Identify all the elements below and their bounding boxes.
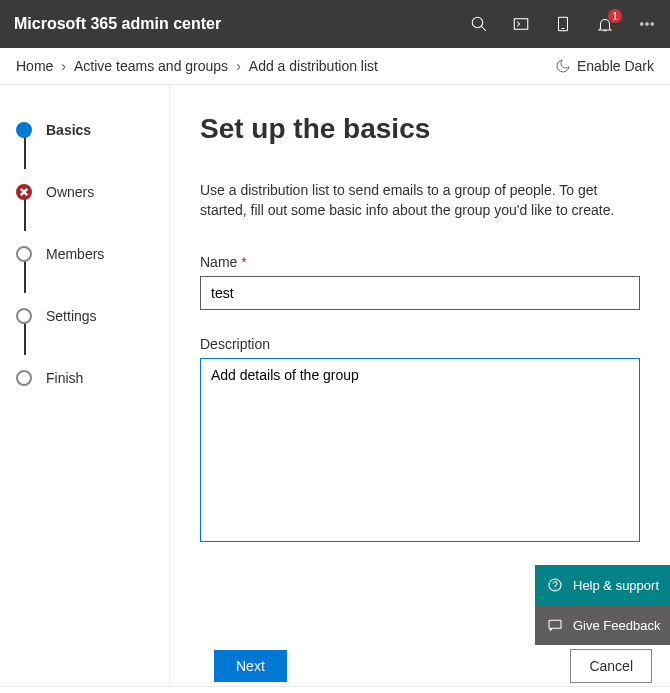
footer-actions: Next Cancel [0, 649, 670, 683]
step-indicator-error [16, 184, 32, 200]
step-label: Basics [46, 122, 91, 138]
step-settings[interactable]: Settings [16, 301, 169, 331]
name-label: Name * [200, 254, 660, 270]
topbar-icons: 1 [470, 15, 656, 33]
step-label: Finish [46, 370, 83, 386]
wizard-steps: Basics Owners Members Settings Finish [0, 85, 170, 686]
help-support-label: Help & support [573, 578, 659, 593]
dark-mode-label: Enable Dark [577, 58, 654, 74]
step-label: Settings [46, 308, 97, 324]
shell-icon[interactable] [512, 15, 530, 33]
breadcrumb-teams[interactable]: Active teams and groups [74, 58, 228, 74]
step-connector [24, 199, 26, 231]
step-members[interactable]: Members [16, 239, 169, 269]
page-description: Use a distribution list to send emails t… [200, 181, 630, 220]
step-connector [24, 137, 26, 169]
dark-mode-toggle[interactable]: Enable Dark [555, 58, 654, 74]
svg-rect-2 [514, 19, 528, 30]
notification-badge: 1 [608, 9, 622, 23]
step-owners[interactable]: Owners [16, 177, 169, 207]
breadcrumb-current: Add a distribution list [249, 58, 378, 74]
step-label: Owners [46, 184, 94, 200]
required-asterisk: * [241, 254, 246, 270]
step-basics[interactable]: Basics [16, 115, 169, 145]
name-label-text: Name [200, 254, 237, 270]
step-indicator-active [16, 122, 32, 138]
description-field-block: Description [200, 336, 660, 545]
app-title: Microsoft 365 admin center [14, 15, 470, 33]
svg-point-8 [651, 23, 653, 25]
breadcrumb-home[interactable]: Home [16, 58, 53, 74]
more-icon[interactable] [638, 15, 656, 33]
give-feedback-label: Give Feedback [573, 618, 660, 633]
help-panel: Help & support Give Feedback [535, 565, 670, 645]
name-field-block: Name * [200, 254, 660, 310]
svg-point-7 [646, 23, 648, 25]
give-feedback-button[interactable]: Give Feedback [535, 605, 670, 645]
headset-icon [547, 577, 563, 593]
step-indicator [16, 308, 32, 324]
notifications-icon[interactable]: 1 [596, 15, 614, 33]
svg-point-6 [641, 23, 643, 25]
svg-rect-13 [549, 620, 561, 628]
step-connector [24, 323, 26, 355]
chevron-right-icon: › [53, 58, 74, 74]
breadcrumb-bar: Home › Active teams and groups › Add a d… [0, 48, 670, 84]
feedback-icon [547, 617, 563, 633]
step-connector [24, 261, 26, 293]
cancel-button[interactable]: Cancel [570, 649, 652, 683]
chevron-right-icon: › [228, 58, 249, 74]
step-indicator [16, 246, 32, 262]
description-textarea[interactable] [200, 358, 640, 542]
step-indicator [16, 370, 32, 386]
top-bar: Microsoft 365 admin center 1 [0, 0, 670, 48]
next-button[interactable]: Next [214, 650, 287, 682]
moon-icon [555, 58, 571, 74]
description-label: Description [200, 336, 660, 352]
search-icon[interactable] [470, 15, 488, 33]
device-icon[interactable] [554, 15, 572, 33]
svg-point-0 [472, 17, 483, 28]
page-heading: Set up the basics [200, 113, 660, 145]
help-support-button[interactable]: Help & support [535, 565, 670, 605]
step-label: Members [46, 246, 104, 262]
svg-line-1 [481, 26, 486, 31]
svg-point-12 [554, 588, 555, 589]
name-input[interactable] [200, 276, 640, 310]
step-finish[interactable]: Finish [16, 363, 169, 393]
